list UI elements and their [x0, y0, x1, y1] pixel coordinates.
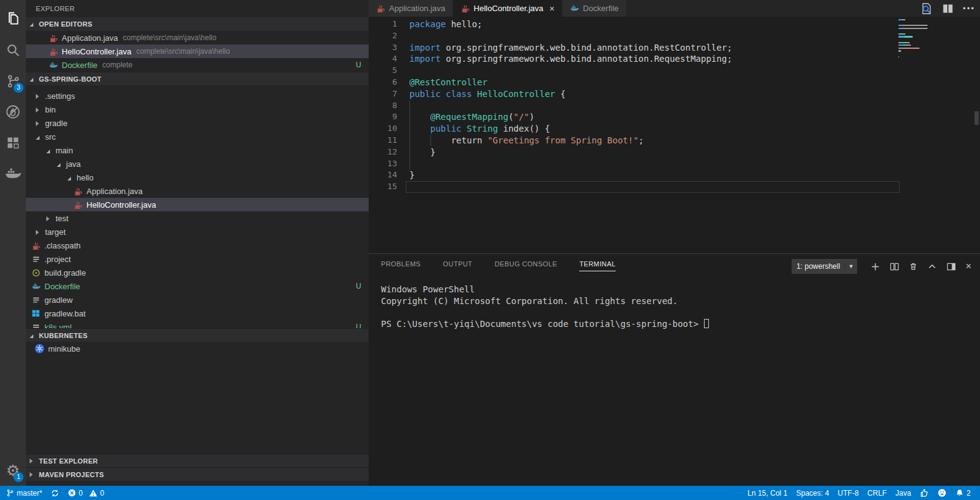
line-number: 14	[369, 169, 397, 181]
line-number: 8	[369, 100, 397, 112]
section-project[interactable]: GS-SPRING-BOOT	[26, 72, 369, 85]
section-kubernetes[interactable]: KUBERNETES	[26, 328, 369, 342]
java-icon	[376, 4, 385, 13]
feedback-hand-icon[interactable]	[915, 486, 933, 500]
split-editor-icon[interactable]	[942, 2, 954, 15]
open-editor-dockerfile[interactable]: DockerfilecompleteU	[26, 58, 369, 72]
code-line: public String index() {	[409, 123, 980, 135]
list-icon	[31, 295, 41, 305]
code-line: public class HelloController {	[409, 88, 980, 100]
section-open-editors[interactable]: OPEN EDITORS	[26, 17, 369, 31]
list-icon	[31, 322, 41, 328]
tree-item-build-gradle[interactable]: build.gradle	[26, 266, 369, 279]
open-editor-hellocontroller-java[interactable]: HelloController.javacomplete\src\main\ja…	[26, 44, 369, 58]
code-line	[409, 100, 980, 112]
encoding-indicator[interactable]: UTF-8	[834, 486, 863, 500]
tree-item-bin[interactable]: bin	[26, 103, 369, 116]
minimap-line	[898, 28, 948, 29]
close-panel-icon[interactable]: ×	[966, 261, 971, 272]
cluster-name: minikube	[48, 344, 80, 354]
tree-item-classpath[interactable]: .classpath	[26, 239, 369, 252]
terminal-line: PS C:\Users\t-yiqi\Documents\vs code tut…	[381, 318, 980, 330]
split-terminal-icon[interactable]	[890, 262, 899, 271]
terminal-select[interactable]: 1: powershell ▼	[792, 259, 857, 274]
minimap[interactable]	[898, 19, 948, 62]
tree-item-gradle[interactable]: gradle	[26, 116, 369, 130]
tree-item-application-java[interactable]: Application.java	[26, 184, 369, 198]
activity-debug-icon[interactable]	[0, 96, 26, 127]
tree-item-gradlew[interactable]: gradlew	[26, 293, 369, 307]
git-branch-indicator[interactable]: master*	[0, 486, 46, 500]
sync-icon	[51, 489, 59, 498]
eol-indicator[interactable]: CRLF	[863, 486, 891, 500]
tree-item-target[interactable]: target	[26, 225, 369, 239]
indentation-indicator[interactable]: Spaces: 4	[792, 486, 833, 500]
cursor-position[interactable]: Ln 15, Col 1	[743, 486, 792, 500]
tree-item-hello[interactable]: hello	[26, 171, 369, 184]
tab-label: Dockerfile	[583, 4, 619, 13]
terminal-content[interactable]: Windows PowerShellCopyright (C) Microsof…	[369, 278, 980, 329]
minimap-line	[898, 39, 948, 40]
more-actions-icon[interactable]: •••	[963, 4, 975, 13]
editor-scrollbar-thumb[interactable]	[974, 111, 979, 125]
line-number: 11	[369, 135, 397, 146]
panel-tab-terminal[interactable]: TERMINAL	[579, 260, 616, 271]
kubernetes-item-minikube[interactable]: minikube	[26, 342, 369, 355]
maximize-panel-icon[interactable]	[928, 262, 937, 271]
language-indicator[interactable]: Java	[891, 486, 915, 500]
panel-tab-debug-console[interactable]: DEBUG CONSOLE	[495, 260, 557, 271]
activity-settings-icon[interactable]: ⚙1	[0, 455, 26, 486]
minimap-line	[898, 56, 948, 57]
tree-item-java[interactable]: java	[26, 157, 369, 171]
section-maven-projects[interactable]: MAVEN PROJECTS	[26, 467, 369, 481]
tree-item-settings[interactable]: .settings	[26, 89, 369, 103]
chevron-expanded-icon	[67, 173, 75, 182]
folder-name: .settings	[45, 91, 75, 101]
code-line	[409, 65, 980, 77]
file-name: Application.java	[86, 187, 143, 196]
panel-tab-output[interactable]: OUTPUT	[443, 260, 472, 271]
tree-item-k8s-yml[interactable]: k8s.ymlU	[26, 320, 369, 328]
tab-dockerfile[interactable]: Dockerfile	[563, 0, 626, 17]
kill-terminal-icon[interactable]	[909, 262, 918, 271]
tree-item-hellocontroller-java[interactable]: HelloController.java	[26, 198, 369, 211]
tab-label: Application.java	[389, 4, 445, 13]
java-icon	[48, 46, 58, 56]
git-status-badge: U	[356, 323, 361, 328]
error-icon	[68, 489, 76, 497]
open-editor-application-java[interactable]: Application.javacomplete\src\main\java\h…	[26, 31, 369, 44]
activity-explorer-icon[interactable]	[0, 4, 26, 35]
activity-search-icon[interactable]	[0, 35, 26, 66]
activity-source-control-icon[interactable]: 3	[0, 66, 26, 96]
new-terminal-icon[interactable]	[871, 262, 880, 271]
tab-hellocontroller-java[interactable]: HelloController.java×	[453, 0, 562, 17]
chevron-expanded-icon	[30, 20, 37, 28]
sync-button[interactable]	[46, 486, 64, 500]
feedback-smiley-icon[interactable]	[933, 486, 951, 500]
tree-item-project[interactable]: .project	[26, 252, 369, 266]
problems-indicator[interactable]: 0 0	[64, 486, 108, 500]
toggle-panel-position-icon[interactable]	[947, 262, 956, 271]
notifications-bell[interactable]: 2	[951, 486, 975, 500]
minimap-line	[898, 42, 948, 43]
minimap-line	[898, 36, 948, 37]
search-file-icon[interactable]	[919, 2, 933, 15]
activity-docker-icon[interactable]	[0, 158, 26, 189]
explorer-sidebar: EXPLORER OPEN EDITORS Application.javaco…	[26, 0, 369, 486]
folder-name: src	[45, 132, 56, 142]
tree-item-gradlew-bat[interactable]: gradlew.bat	[26, 307, 369, 320]
java-icon	[48, 33, 58, 43]
code-line: @RestController	[409, 77, 980, 88]
tree-item-dockerfile[interactable]: DockerfileU	[26, 279, 369, 293]
list-icon	[31, 254, 41, 264]
panel-tab-problems[interactable]: PROBLEMS	[381, 260, 421, 271]
folder-name: gradle	[45, 119, 67, 128]
code-editor[interactable]: 123456789101112131415 package hello; imp…	[369, 17, 980, 253]
section-test-explorer[interactable]: TEST EXPLORER	[26, 454, 369, 467]
tree-item-test[interactable]: test	[26, 211, 369, 225]
activity-extensions-icon[interactable]	[0, 127, 26, 158]
close-icon[interactable]: ×	[550, 4, 555, 14]
tree-item-src[interactable]: src	[26, 130, 369, 143]
tab-application-java[interactable]: Application.java	[369, 0, 453, 17]
tree-item-main[interactable]: main	[26, 143, 369, 157]
